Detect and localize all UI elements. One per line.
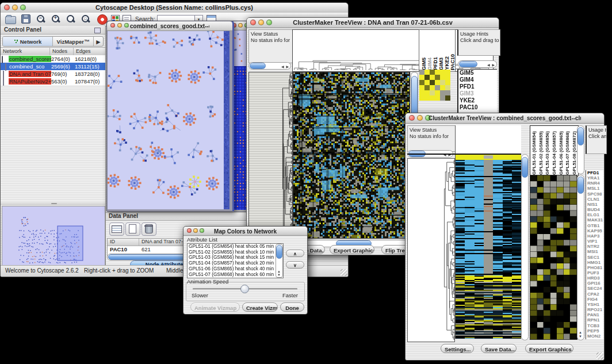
row-label[interactable]: GIM3 [458,90,497,97]
row-dendrogram-panel[interactable] [248,72,293,239]
network-overview-panel[interactable] [2,206,105,267]
zoom-fit-icon[interactable] [66,14,75,24]
close-icon[interactable] [110,23,115,28]
close-icon[interactable] [250,20,256,25]
scroll-arrows[interactable]: ▲▼ [579,331,583,339]
treeview2-titlebar[interactable]: ClusterMaker TreeView : combined_scores_… [406,113,604,124]
zoom-heatmap-canvas[interactable] [530,175,577,340]
zoom-in-icon[interactable] [51,14,60,24]
float-panel-icon[interactable] [94,28,101,33]
delete-attribute-button[interactable] [141,223,156,236]
scroll-arrows[interactable]: ◀ ▶ [443,152,452,158]
gene-label[interactable]: PAN1 [586,312,603,317]
scroll-arrows[interactable]: ▲▼ [277,270,281,277]
gene-label[interactable]: RPN1 [586,317,603,323]
gene-label[interactable]: MAK31 [586,217,603,223]
slider-knob[interactable] [240,285,249,293]
gene-label[interactable]: TCB3 [586,323,603,328]
gene-label[interactable]: SPC98 [586,191,603,197]
move-up-button[interactable]: ∧ [286,250,304,257]
row-label[interactable]: PAC10 [458,104,497,111]
select-attributes-button[interactable] [109,223,124,236]
scroll-arrows[interactable]: ◀ ▶ [281,64,289,70]
gene-label[interactable]: MON2 [586,334,603,339]
gene-label[interactable]: PEP5 [586,328,603,334]
treeview1-titlebar[interactable]: ClusterMaker TreeView : DNA and Tran 07-… [247,18,499,28]
labels-vscrollbar[interactable] [577,125,584,174]
gene-label[interactable]: CLN1 [586,197,603,202]
save-data-button[interactable]: Save Data... [481,344,517,353]
gene-label[interactable]: FIG4 [586,297,603,302]
gene-label[interactable]: HRD3 [586,275,603,281]
export-graphics-button[interactable]: Export Graphics... [330,245,374,254]
gene-label[interactable]: HAP3 [586,233,603,239]
gene-label[interactable]: HMG1 [586,260,603,265]
gene-label[interactable]: KAP95 [586,228,603,233]
create-vizmap-button[interactable]: Create Vizmap [242,302,278,312]
gene-label[interactable]: BUD4 [586,207,603,212]
gene-label[interactable]: SEC24 [586,286,603,291]
resize-grip[interactable] [596,352,603,359]
tab-network[interactable]: Network [3,37,53,46]
zoom-selected-icon[interactable] [81,14,90,24]
gene-label[interactable]: RNR4 [586,181,603,186]
move-down-button[interactable]: ∨ [286,261,304,269]
resize-grip[interactable] [341,269,347,276]
minimize-icon[interactable] [117,23,122,28]
treeview1-status-hscrollbar[interactable]: ◀ ▶ [248,62,291,70]
gene-label[interactable]: PUF3 [586,270,603,275]
export-graphics-button[interactable]: Export Graphics... [525,344,573,353]
minimize-icon[interactable] [12,5,18,10]
minimize-icon[interactable] [193,228,198,233]
network-row[interactable]: DNA and Tran 07 769(0) 183728(0) [1,70,105,78]
zoom-out-icon[interactable] [36,14,45,24]
new-attribute-button[interactable] [125,223,140,236]
network-row[interactable]: RNAPuberNov2+I 563(0) 107847(0) [1,78,105,85]
zoom-window-icon[interactable] [124,23,129,28]
gene-label[interactable]: PFD1 [586,170,603,175]
tab-vizmapper[interactable]: VizMapper™ [53,37,94,46]
gene-label[interactable]: ELG1 [586,212,603,217]
zoom-vscrollbar[interactable]: ▲▼ [577,175,584,340]
gene-label[interactable]: NIS1 [586,202,603,207]
minimize-icon[interactable] [417,115,423,121]
tab-overflow-arrow[interactable]: ▶ [94,37,103,46]
zoom-window-icon[interactable] [200,228,204,233]
network-row[interactable]: combined_sco 2569(6) 13112(15) [1,63,105,70]
network-titlebar[interactable]: combined_scores_good.txt--cluste... [107,21,232,31]
gene-label[interactable]: MSI1 [586,249,603,254]
zoom-matrix[interactable] [419,70,450,101]
gene-label[interactable]: NTR2 [586,244,603,249]
attribute-item[interactable]: GPL51-07 (GSM868) heat shock 60 min [188,272,283,278]
row-label[interactable]: YKE2 [458,97,497,104]
gene-label[interactable]: MSL1 [586,186,603,191]
gene-label[interactable]: VIP1 [586,239,603,244]
panel-splitter[interactable] [1,202,105,205]
open-folder-icon[interactable] [5,16,16,24]
minimize-icon[interactable] [238,23,243,28]
main-titlebar[interactable]: Cytoscape Desktop (Session Name: collins… [1,3,348,13]
dialog-titlebar[interactable]: Map Colors to Network [183,227,307,236]
gene-label[interactable]: RPO21 [586,307,603,312]
row-label[interactable]: GIM5 [458,70,497,76]
treeview1-hints-hscrollbar[interactable]: ◀ ▶ [458,60,497,68]
close-icon[interactable] [4,5,10,10]
row-label[interactable]: PFD1 [458,83,497,90]
birdseye-canvas[interactable] [2,206,104,265]
treeview2-vscrollbar[interactable] [521,154,529,340]
scroll-arrows[interactable]: ◀ ▶ [487,62,495,68]
gene-label[interactable]: SEC1 [586,255,603,260]
gene-label[interactable]: YRA1 [586,175,603,181]
gene-label[interactable]: PHO81 [586,265,603,270]
close-icon[interactable] [187,228,192,233]
gene-label[interactable]: YSH1 [586,302,603,307]
heatmap-canvas[interactable] [455,125,521,339]
done-button[interactable]: Done [280,302,304,312]
settings-button[interactable]: Settings... [441,344,474,353]
column-header-id[interactable]: ID [108,239,139,246]
gene-label[interactable]: CPA2 [586,292,603,297]
network-canvas[interactable] [108,31,230,209]
save-icon[interactable] [21,14,30,24]
attribute-list-vscrollbar[interactable]: ▲▼ [276,244,283,278]
row-label[interactable]: GIM4 [458,76,497,83]
